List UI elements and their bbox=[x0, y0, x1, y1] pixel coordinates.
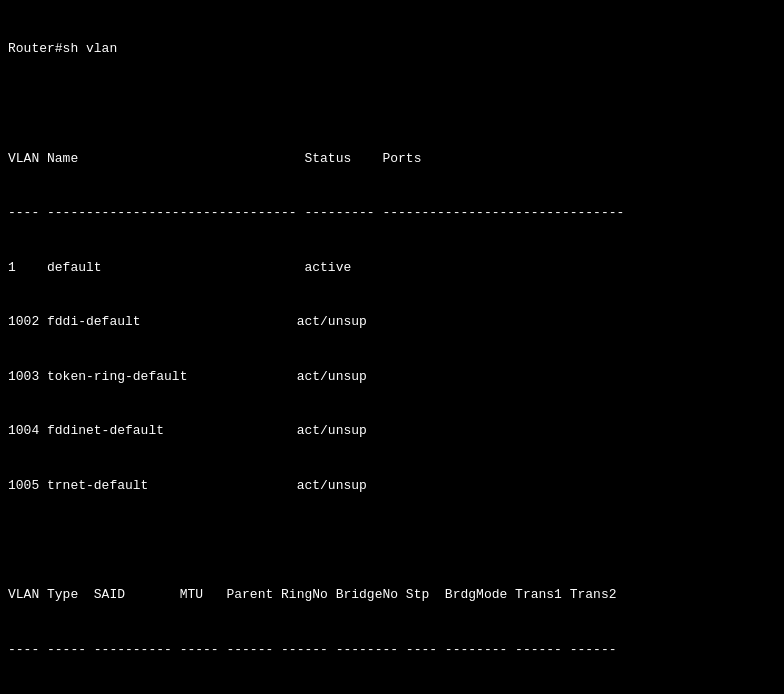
vlan-row-1002: 1002 fddi-default act/unsup bbox=[8, 313, 776, 331]
vlan-row-1003: 1003 token-ring-default act/unsup bbox=[8, 368, 776, 386]
vlan-header-2: VLAN Type SAID MTU Parent RingNo BridgeN… bbox=[8, 586, 776, 604]
blank-line-1 bbox=[8, 95, 776, 113]
vlan-header-1: VLAN Name Status Ports bbox=[8, 150, 776, 168]
blank-line-2 bbox=[8, 531, 776, 549]
vlan-divider-2: ---- ----- ---------- ----- ------ -----… bbox=[8, 641, 776, 659]
vlan-divider-1: ---- -------------------------------- --… bbox=[8, 204, 776, 222]
cmd-sh-vlan: Router#sh vlan bbox=[8, 40, 776, 58]
vlan-row-1005: 1005 trnet-default act/unsup bbox=[8, 477, 776, 495]
vlan-row-1: 1 default active bbox=[8, 259, 776, 277]
vlan-row-1004: 1004 fddinet-default act/unsup bbox=[8, 422, 776, 440]
terminal-output: Router#sh vlan VLAN Name Status Ports --… bbox=[8, 4, 776, 694]
